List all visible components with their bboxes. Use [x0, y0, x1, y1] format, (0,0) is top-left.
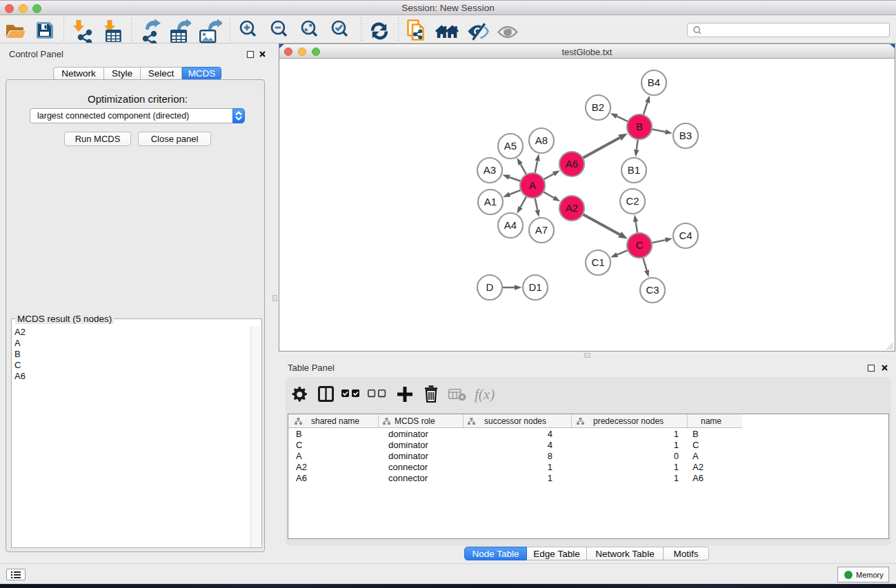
svg-text:D: D: [486, 281, 494, 293]
svg-text:A: A: [529, 179, 536, 191]
svg-text:A6: A6: [566, 158, 578, 170]
svg-text:f(x): f(x): [475, 386, 495, 403]
svg-text:A4: A4: [504, 219, 517, 231]
svg-text:C4: C4: [679, 230, 692, 241]
svg-text:A8: A8: [535, 134, 548, 146]
svg-text:B: B: [636, 121, 643, 132]
svg-text:A7: A7: [535, 224, 548, 236]
svg-text:B4: B4: [648, 77, 660, 88]
svg-text:B1: B1: [628, 164, 640, 176]
svg-text:C1: C1: [591, 256, 604, 268]
svg-text:D1: D1: [528, 281, 541, 293]
svg-text:C: C: [636, 239, 644, 251]
svg-text:B2: B2: [592, 101, 604, 113]
svg-text:A5: A5: [504, 140, 517, 152]
svg-text:A3: A3: [484, 164, 496, 176]
svg-text:C2: C2: [626, 195, 639, 207]
svg-text:C3: C3: [646, 284, 659, 296]
svg-text:B3: B3: [679, 130, 692, 141]
svg-text:A1: A1: [484, 196, 497, 207]
svg-text:A2: A2: [566, 202, 578, 214]
